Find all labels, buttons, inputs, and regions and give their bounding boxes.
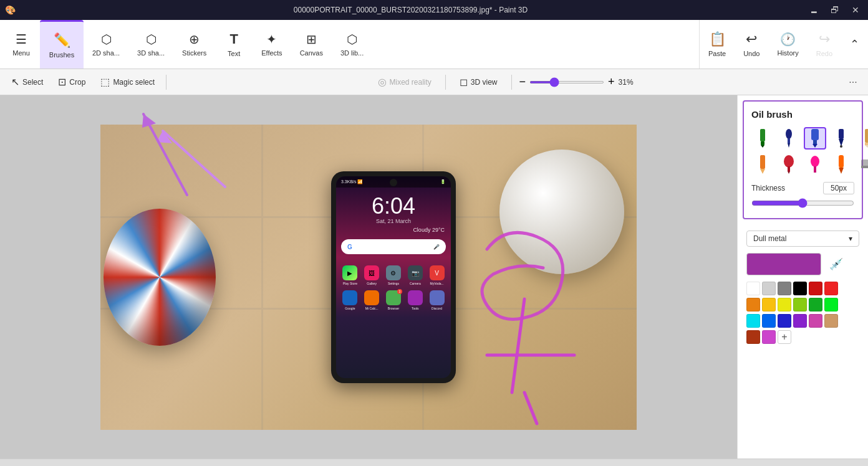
- dropdown-chevron-icon: ▾: [849, 234, 852, 243]
- toolbar-sep2: [445, 75, 446, 90]
- material-dropdown[interactable]: Dull metal ▾: [746, 231, 859, 247]
- 3dlibrary-icon: ⬡: [347, 32, 357, 47]
- toolbar-sep3: [511, 75, 512, 90]
- canvas-image: 3.3KB/s 📶 🔋 6:04 Sat, 21 March Cloudy 29…: [100, 125, 637, 430]
- svg-rect-16: [839, 129, 844, 139]
- close-button[interactable]: ✕: [848, 4, 863, 16]
- brush-orange2[interactable]: [830, 153, 852, 176]
- brush-fountain[interactable]: [830, 127, 852, 150]
- select-icon: ↖: [11, 76, 19, 88]
- svg-rect-26: [788, 166, 790, 171]
- brush-pencil-orange[interactable]: [751, 153, 774, 176]
- eyedropper-button[interactable]: 💉: [826, 254, 846, 274]
- undo-label: Undo: [743, 50, 760, 57]
- tab-effects[interactable]: ✦ Effects: [253, 20, 291, 69]
- canvas-area[interactable]: 3.3KB/s 📶 🔋 6:04 Sat, 21 March Cloudy 29…: [0, 95, 737, 459]
- more-options-button[interactable]: ···: [843, 72, 863, 92]
- color-lightgray[interactable]: [762, 282, 776, 295]
- undo-button[interactable]: ↩ Undo: [735, 20, 768, 69]
- palette-spacer6: [856, 314, 868, 328]
- collapse-button[interactable]: ⌃: [841, 20, 868, 69]
- color-darkred[interactable]: [809, 282, 822, 295]
- color-violet[interactable]: [762, 330, 776, 344]
- tab-3dshapes-label: 3D sha...: [137, 49, 165, 57]
- svg-line-3: [163, 131, 225, 187]
- color-blue[interactable]: [762, 314, 776, 328]
- tab-brushes[interactable]: ✏️ Brushes: [40, 20, 84, 69]
- svg-marker-24: [760, 169, 765, 174]
- color-orange[interactable]: [746, 298, 760, 311]
- tab-stickers[interactable]: ⊕ Stickers: [173, 20, 215, 69]
- color-purple[interactable]: [793, 314, 807, 328]
- brush-eraser[interactable]: [856, 153, 868, 176]
- selected-color-row: 💉: [746, 253, 859, 275]
- select-button[interactable]: ↖ Select: [5, 73, 49, 91]
- color-red[interactable]: [824, 282, 838, 295]
- svg-rect-30: [839, 155, 844, 168]
- brushes-icon: ✏️: [54, 32, 70, 49]
- brush-oil[interactable]: [804, 127, 826, 150]
- brush-pencil-gray[interactable]: [856, 127, 868, 150]
- view-3d-button[interactable]: ◻ 3D view: [453, 73, 504, 91]
- main-area: 3.3KB/s 📶 🔋 6:04 Sat, 21 March Cloudy 29…: [0, 95, 868, 459]
- tab-text[interactable]: T Text: [215, 20, 253, 69]
- color-cyan[interactable]: [746, 314, 760, 328]
- zoom-slider[interactable]: [529, 81, 604, 83]
- crop-button[interactable]: ⊡ Crop: [52, 73, 92, 91]
- svg-marker-21: [865, 145, 868, 148]
- history-button[interactable]: 🕐 History: [768, 20, 807, 69]
- paste-button[interactable]: 📋 Paste: [700, 20, 735, 69]
- color-gold[interactable]: [762, 298, 776, 311]
- 3dshapes-icon: ⬡: [146, 32, 157, 47]
- color-tan[interactable]: [824, 314, 838, 328]
- menu-button[interactable]: ☰ Menu: [2, 20, 40, 69]
- menu-icon: ☰: [16, 32, 27, 47]
- magic-select-icon: ⬚: [100, 76, 110, 88]
- color-green[interactable]: [809, 298, 822, 311]
- ribbon: ☰ Menu ✏️ Brushes ⬡ 2D sha... ⬡ 3D sha..…: [0, 20, 868, 69]
- color-gray[interactable]: [778, 282, 791, 295]
- color-pink[interactable]: [809, 314, 822, 328]
- brush-pink[interactable]: [804, 153, 826, 176]
- minimize-button[interactable]: 🗕: [806, 4, 822, 16]
- color-white[interactable]: [746, 282, 760, 295]
- svg-rect-20: [865, 143, 868, 145]
- zoom-plus[interactable]: +: [608, 75, 615, 88]
- ribbon-right-items: 📋 Paste ↩ Undo 🕐 History ↪ Redo ⌃: [699, 20, 868, 69]
- undo-icon: ↩: [746, 31, 757, 47]
- maximize-button[interactable]: 🗗: [827, 4, 843, 16]
- svg-rect-14: [813, 140, 817, 144]
- tab-2dshapes-label: 2D sha...: [92, 49, 120, 57]
- redo-button[interactable]: ↪ Redo: [808, 20, 841, 69]
- color-lime[interactable]: [824, 298, 838, 311]
- color-black[interactable]: [793, 282, 807, 295]
- svg-rect-13: [811, 129, 819, 140]
- color-yellowgreen[interactable]: [793, 298, 807, 311]
- magic-select-button[interactable]: ⬚ Magic select: [94, 73, 161, 91]
- title-bar: 🎨 00000PORTRAIT_00000_BURST2020032118075…: [0, 0, 868, 20]
- magic-select-label: Magic select: [113, 78, 155, 87]
- thickness-slider[interactable]: [751, 198, 854, 208]
- title-bar-icon: 🎨: [5, 5, 16, 15]
- mixed-reality-label: Mixed reality: [390, 78, 432, 87]
- zoom-minus[interactable]: −: [519, 75, 526, 88]
- tab-2dshapes[interactable]: ⬡ 2D sha...: [84, 20, 128, 69]
- tab-3dlibrary[interactable]: ⬡ 3D lib...: [332, 20, 372, 69]
- color-brown[interactable]: [746, 330, 760, 344]
- selected-color-swatch[interactable]: [746, 253, 821, 275]
- menu-label: Menu: [12, 49, 30, 57]
- history-icon: 🕐: [780, 32, 796, 47]
- tab-canvas[interactable]: ⊞ Canvas: [291, 20, 332, 69]
- horizontal-scrollbar[interactable]: [0, 459, 868, 466]
- brush-marker[interactable]: [751, 127, 774, 150]
- paste-label: Paste: [708, 50, 726, 57]
- tab-3dshapes[interactable]: ⬡ 3D sha...: [128, 20, 173, 69]
- color-yellow[interactable]: [778, 298, 791, 311]
- mixed-reality-button[interactable]: ◎ Mixed reality: [372, 73, 438, 91]
- svg-marker-15: [813, 144, 817, 148]
- brush-watercolor[interactable]: [778, 153, 800, 176]
- brush-calligraphy[interactable]: [778, 127, 800, 150]
- color-darkblue[interactable]: [778, 314, 791, 328]
- add-color-button[interactable]: +: [778, 330, 791, 344]
- redo-label: Redo: [816, 50, 832, 57]
